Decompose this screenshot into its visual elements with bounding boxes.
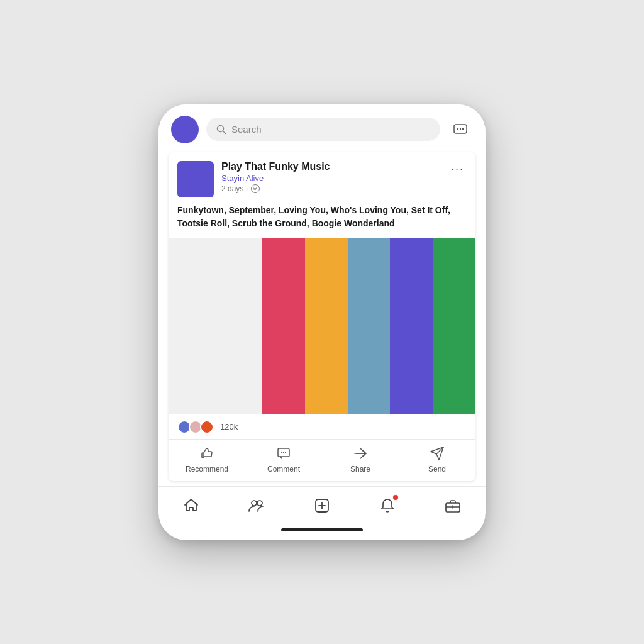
comment-icon <box>275 445 292 462</box>
svg-point-9 <box>285 452 286 453</box>
home-indicator <box>281 528 363 531</box>
svg-point-8 <box>283 452 284 453</box>
search-icon <box>216 125 226 135</box>
globe-icon: ⊕ <box>251 184 260 193</box>
avatar[interactable] <box>171 116 199 143</box>
post-subtitle: Stayin Alive <box>221 174 441 183</box>
svg-point-12 <box>257 501 262 506</box>
nav-home[interactable] <box>175 494 208 517</box>
action-bar: Recommend Comment <box>169 440 475 481</box>
comment-button[interactable]: Comment <box>245 445 322 474</box>
post-avatar <box>177 161 214 197</box>
color-bar-0 <box>169 238 262 414</box>
reaction-dots <box>177 420 214 434</box>
share-label: Share <box>350 465 370 474</box>
people-icon <box>248 497 265 514</box>
recommend-icon <box>198 445 216 462</box>
post-time: 2 days · ⊕ <box>221 184 441 193</box>
color-bar-1 <box>262 238 305 414</box>
comment-label: Comment <box>267 465 300 474</box>
send-label: Send <box>428 465 446 474</box>
post-title: Play That Funky Music <box>221 161 441 172</box>
color-bar-5 <box>433 238 475 414</box>
post-meta: Play That Funky Music Stayin Alive 2 day… <box>221 161 441 193</box>
svg-point-5 <box>462 128 464 129</box>
nav-items <box>158 491 486 523</box>
share-button[interactable]: Share <box>322 445 399 474</box>
post-more-button[interactable]: ··· <box>448 161 467 177</box>
send-icon <box>428 445 446 462</box>
search-bar[interactable]: Search <box>206 118 440 141</box>
message-icon-button[interactable] <box>448 117 473 142</box>
post-card: Play That Funky Music Stayin Alive 2 day… <box>169 152 475 481</box>
nav-people[interactable] <box>240 494 273 517</box>
svg-point-3 <box>457 128 458 129</box>
svg-line-1 <box>223 131 226 133</box>
reaction-dot-2 <box>200 420 214 434</box>
home-icon <box>182 497 200 514</box>
recommend-button[interactable]: Recommend <box>169 445 245 474</box>
reaction-count: 120k <box>220 422 238 431</box>
recommend-label: Recommend <box>186 465 228 474</box>
dot-separator: · <box>246 184 248 193</box>
svg-point-4 <box>460 128 461 129</box>
phone-shell: Search Play That Funky Music Stayin Aliv… <box>158 104 486 540</box>
color-bar-2 <box>305 238 348 414</box>
top-bar: Search <box>158 104 486 152</box>
nav-notifications[interactable] <box>371 494 404 517</box>
svg-point-7 <box>281 452 282 453</box>
color-bar-3 <box>348 238 391 414</box>
bottom-nav <box>158 486 486 531</box>
color-bar-4 <box>390 238 433 414</box>
post-image <box>169 238 475 414</box>
svg-point-11 <box>252 501 257 506</box>
nav-add[interactable] <box>306 494 338 517</box>
post-header: Play That Funky Music Stayin Alive 2 day… <box>169 152 475 204</box>
briefcase-icon <box>444 497 462 514</box>
notification-badge <box>392 494 399 501</box>
search-placeholder-text: Search <box>231 124 262 135</box>
message-icon <box>452 121 469 138</box>
reactions-row: 120k <box>169 414 475 440</box>
nav-briefcase[interactable] <box>436 494 469 517</box>
post-description: Funkytown, September, Loving You, Who's … <box>169 204 475 238</box>
share-icon <box>352 445 369 462</box>
add-icon <box>313 497 331 514</box>
send-button[interactable]: Send <box>399 445 475 474</box>
